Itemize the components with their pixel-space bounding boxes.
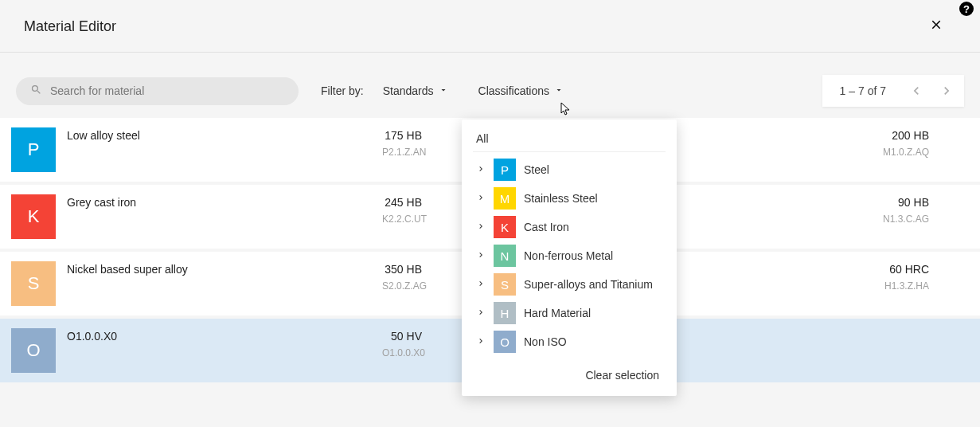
- popup-item-label: Super-alloys and Titanium: [524, 278, 653, 291]
- secondary-code: M1.0.Z.AQ: [773, 147, 929, 158]
- pager: 1 – 7 of 7: [822, 75, 964, 107]
- popup-item-label: Steel: [524, 163, 549, 176]
- material-code: K2.2.C.UT: [382, 214, 422, 225]
- material-code: P2.1.Z.AN: [382, 147, 422, 158]
- classification-chip: S: [494, 273, 516, 296]
- material-name: Grey cast iron: [67, 196, 374, 209]
- popup-item[interactable]: KCast Iron: [462, 213, 677, 241]
- page-title: Material Editor: [24, 18, 926, 35]
- classification-chip: O: [11, 328, 56, 373]
- hardness-value: 350 HB: [382, 263, 422, 276]
- classification-chip: N: [494, 245, 516, 267]
- pager-next-button[interactable]: [939, 83, 955, 99]
- classifications-dropdown[interactable]: Classifications: [478, 84, 564, 97]
- classification-chip: P: [494, 159, 516, 181]
- popup-item[interactable]: ONon ISO: [462, 327, 677, 356]
- material-name: O1.0.0.X0: [67, 330, 374, 343]
- secondary-code: H1.3.Z.HA: [773, 280, 929, 292]
- search-icon: [30, 84, 42, 99]
- popup-item[interactable]: NNon-ferrous Metal: [462, 241, 677, 270]
- classification-chip: M: [494, 187, 516, 210]
- popup-all-option[interactable]: All: [462, 129, 677, 151]
- standards-label: Standards: [383, 84, 434, 97]
- popup-item[interactable]: HHard Material: [462, 299, 677, 327]
- classification-chip: S: [11, 261, 56, 306]
- classification-chip: O: [494, 331, 516, 353]
- hardness-value: 50 HV: [382, 330, 422, 343]
- secondary-hardness: 90 HB: [773, 196, 929, 209]
- close-icon[interactable]: [926, 14, 947, 39]
- secondary-hardness: 60 HRC: [773, 263, 929, 276]
- chevron-right-icon: [476, 192, 486, 205]
- popup-item-label: Stainless Steel: [524, 192, 598, 205]
- classification-chip: P: [11, 127, 56, 172]
- chevron-right-icon: [476, 163, 486, 176]
- classification-chip: K: [11, 194, 56, 239]
- popup-clear-button[interactable]: Clear selection: [462, 356, 677, 390]
- chevron-right-icon: [476, 307, 486, 319]
- secondary-code: N1.3.C.AG: [773, 214, 929, 225]
- material-code: S2.0.Z.AG: [382, 280, 422, 292]
- pager-prev-button[interactable]: [908, 83, 924, 99]
- filter-by-label: Filter by:: [321, 84, 364, 97]
- hardness-value: 175 HB: [382, 129, 422, 142]
- chevron-down-icon: [439, 84, 448, 97]
- help-icon[interactable]: ?: [959, 2, 974, 16]
- material-name: Low alloy steel: [67, 129, 374, 142]
- chevron-right-icon: [476, 221, 486, 233]
- popup-item-label: Non ISO: [524, 335, 567, 348]
- secondary-hardness: 200 HB: [773, 129, 929, 142]
- classifications-popup: All PSteelMStainless SteelKCast IronNNon…: [462, 119, 677, 396]
- classification-chip: H: [494, 302, 516, 324]
- hardness-value: 245 HB: [382, 196, 422, 209]
- popup-item-label: Non-ferrous Metal: [524, 249, 613, 262]
- standards-dropdown[interactable]: Standards: [383, 84, 448, 97]
- chevron-down-icon: [554, 84, 564, 97]
- popup-item[interactable]: PSteel: [462, 155, 677, 184]
- search-input[interactable]: [50, 84, 284, 97]
- material-code: O1.0.0.X0: [382, 347, 422, 358]
- chevron-right-icon: [476, 278, 486, 291]
- pager-text: 1 – 7 of 7: [832, 84, 894, 97]
- search-box[interactable]: [16, 77, 299, 105]
- toolbar: Filter by: Standards Classifications 1 –…: [0, 53, 980, 118]
- popup-item-label: Cast Iron: [524, 221, 569, 233]
- header: Material Editor: [0, 0, 980, 52]
- chevron-right-icon: [476, 335, 486, 348]
- classification-chip: K: [494, 216, 516, 238]
- material-name: Nickel based super alloy: [67, 263, 374, 276]
- popup-item-label: Hard Material: [524, 307, 591, 319]
- popup-item[interactable]: MStainless Steel: [462, 184, 677, 213]
- popup-separator: [473, 151, 666, 152]
- chevron-right-icon: [476, 249, 486, 262]
- classifications-label: Classifications: [478, 84, 549, 97]
- popup-item[interactable]: SSuper-alloys and Titanium: [462, 270, 677, 299]
